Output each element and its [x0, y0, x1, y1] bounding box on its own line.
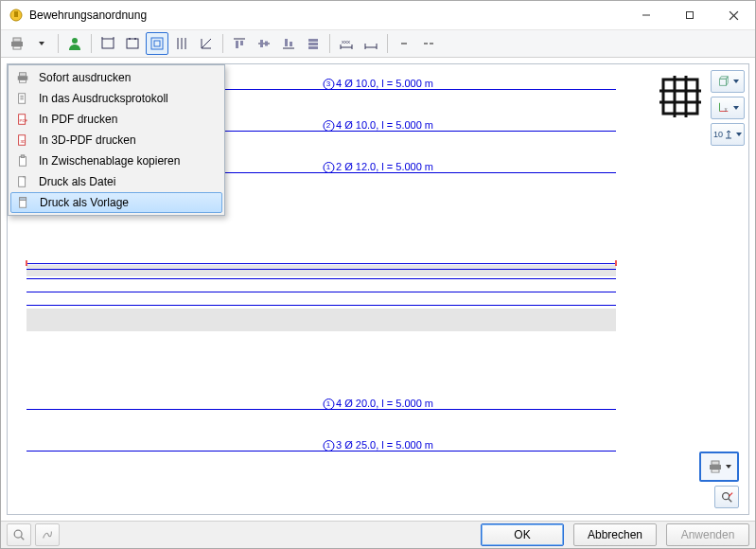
- dialog-button-bar: OK Abbrechen Anwenden: [1, 521, 755, 548]
- svg-line-64: [730, 493, 733, 497]
- section-edge: [26, 292, 616, 292]
- ok-button[interactable]: OK: [481, 523, 564, 546]
- close-button[interactable]: [712, 1, 755, 29]
- menu-item-label: In 3D-PDF drucken: [39, 133, 136, 147]
- view-axes-button[interactable]: [195, 32, 218, 55]
- svg-rect-25: [236, 41, 238, 48]
- view-cube-button[interactable]: [711, 70, 745, 93]
- svg-line-82: [21, 537, 24, 540]
- settings-button[interactable]: [35, 523, 60, 546]
- pdf-icon: PDF: [14, 111, 31, 128]
- pdf3d-icon: 3D: [14, 132, 31, 149]
- menu-item-protocol[interactable]: In das Ausdrucksprotokoll: [10, 88, 222, 109]
- help-button[interactable]: [7, 523, 31, 546]
- menu-item-pdf3d[interactable]: 3D In 3D-PDF drucken: [10, 130, 222, 151]
- client-area: 34 Ø 10.0, l = 5.000 m 24 Ø 10.0, l = 5.…: [1, 58, 755, 521]
- floating-search-button[interactable]: [714, 486, 739, 508]
- cancel-button[interactable]: Abbrechen: [573, 523, 657, 546]
- app-icon: [9, 8, 24, 23]
- rebar-label: 13 Ø 25.0, l = 5.000 m: [323, 439, 433, 452]
- floating-print-button[interactable]: [699, 452, 739, 482]
- printer-icon: [14, 69, 31, 86]
- svg-point-14: [129, 38, 131, 40]
- toolbar-separator: [91, 34, 92, 53]
- svg-text:xxx: xxx: [342, 39, 350, 44]
- toolbar-separator: [222, 34, 223, 53]
- section-edge: [26, 269, 616, 270]
- svg-point-62: [723, 493, 730, 500]
- align-mid-button[interactable]: [253, 32, 275, 55]
- svg-rect-80: [20, 198, 26, 201]
- svg-rect-6: [11, 42, 23, 46]
- svg-rect-68: [19, 94, 26, 104]
- drawing-viewport[interactable]: 34 Ø 10.0, l = 5.000 m 24 Ø 10.0, l = 5.…: [7, 63, 749, 515]
- section-edge: [26, 263, 616, 264]
- svg-rect-26: [240, 41, 243, 45]
- section-marker: [26, 260, 27, 266]
- view-axes-button[interactable]: y: [711, 97, 745, 119]
- view-elev2-button[interactable]: [121, 32, 144, 55]
- maximize-button[interactable]: [668, 1, 712, 29]
- protocol-icon: [14, 90, 31, 107]
- toolbar-separator: [58, 34, 59, 53]
- titlebar: Bewehrungsanordnung: [1, 1, 755, 30]
- menu-item-label: Druck als Vorlage: [40, 196, 129, 209]
- bar-double-button[interactable]: [417, 32, 440, 55]
- rebar-label: 24 Ø 10.0, l = 5.000 m: [323, 119, 433, 132]
- view-toolbar-right: y 10: [707, 70, 745, 146]
- dim-xxx-button[interactable]: xxx: [335, 32, 358, 55]
- svg-rect-35: [308, 46, 318, 49]
- svg-rect-46: [663, 80, 697, 114]
- svg-rect-59: [710, 465, 721, 469]
- rebar-label: 12 Ø 12.0, l = 5.000 m: [323, 161, 433, 173]
- svg-rect-77: [21, 155, 25, 158]
- menu-item-label: Sofort ausdrucken: [39, 71, 131, 84]
- menu-item-label: Druck als Datei: [39, 175, 115, 188]
- menu-item-label: In das Ausdrucksprotokoll: [39, 92, 168, 105]
- rebar-label: 14 Ø 20.0, l = 5.000 m: [323, 398, 433, 410]
- print-dropdown-menu: Sofort ausdrucken In das Ausdrucksprotok…: [8, 64, 225, 216]
- align-top-button[interactable]: [228, 32, 251, 55]
- svg-rect-3: [687, 12, 694, 19]
- menu-item-file[interactable]: Druck als Datei: [10, 171, 222, 192]
- section-flange-top: [26, 265, 616, 276]
- view-scale-button[interactable]: 10: [711, 123, 745, 146]
- svg-rect-45: [430, 43, 433, 44]
- svg-rect-34: [308, 43, 318, 45]
- plan-overview-icon[interactable]: [658, 74, 703, 119]
- svg-line-21: [202, 39, 211, 48]
- bar-single-button[interactable]: [393, 32, 415, 55]
- app-window: Bewehrungsanordnung xxx: [0, 0, 756, 549]
- section-marker: [615, 260, 617, 266]
- svg-rect-17: [154, 41, 160, 46]
- svg-rect-67: [20, 80, 26, 83]
- dim-line-button[interactable]: [360, 32, 382, 55]
- align-stack-button[interactable]: [302, 32, 325, 55]
- view-scale-label: 10: [713, 130, 723, 139]
- svg-text:PDF: PDF: [20, 118, 28, 123]
- user-button[interactable]: [63, 32, 86, 55]
- menu-item-pdf[interactable]: PDF In PDF drucken: [10, 109, 222, 130]
- svg-marker-53: [727, 77, 729, 86]
- menu-item-print-now[interactable]: Sofort ausdrucken: [10, 67, 222, 88]
- minimize-button[interactable]: [624, 1, 668, 29]
- print-dropdown-arrow[interactable]: [30, 32, 53, 55]
- view-columns-button[interactable]: [170, 32, 193, 55]
- svg-text:y: y: [725, 106, 728, 112]
- apply-button[interactable]: Anwenden: [666, 523, 749, 546]
- menu-item-template[interactable]: Druck als Vorlage: [10, 192, 222, 213]
- section-edge: [26, 305, 616, 306]
- svg-point-81: [14, 530, 22, 538]
- section-web: [26, 309, 616, 331]
- view-plan-button[interactable]: [146, 32, 168, 55]
- svg-rect-10: [102, 39, 114, 48]
- svg-rect-32: [290, 42, 292, 46]
- toolbar-separator: [329, 34, 330, 53]
- print-split-button[interactable]: [6, 32, 28, 55]
- view-elev1-button[interactable]: [97, 32, 119, 55]
- menu-item-clipboard[interactable]: In Zwischenablage kopieren: [10, 151, 222, 171]
- svg-rect-13: [127, 39, 138, 48]
- align-bot-button[interactable]: [277, 32, 300, 55]
- svg-rect-65: [18, 76, 28, 80]
- file-icon: [14, 173, 31, 190]
